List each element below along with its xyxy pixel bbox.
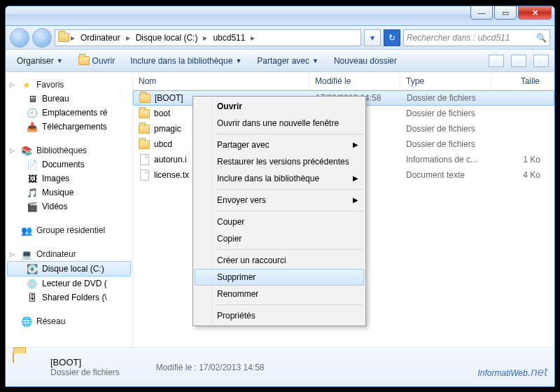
disk-icon: 💽 [27,263,38,274]
folder-icon [139,123,150,134]
computer-icon: 💻 [21,248,32,260]
nav-forward-button[interactable]: → [32,28,52,48]
menu-cut[interactable]: Couper [195,214,364,230]
tree-item-local-disk-c[interactable]: 💽Disque local (C:) [7,261,131,276]
toolbar: Organiser▼ Ouvrir Inclure dans la biblio… [6,50,554,72]
file-icon [139,154,150,165]
library-icon: 📚 [21,145,32,156]
details-pane: [BOOT] Dossier de fichiers Modifié le : … [6,347,554,386]
folder-icon [58,32,69,43]
tree-item-desktop[interactable]: 🖥Bureau [7,92,131,106]
network-drive-icon: 🗄 [27,292,38,303]
file-icon [139,169,150,181]
help-button[interactable] [533,55,549,67]
minimize-button[interactable]: — [470,6,493,20]
file-type: Dossier de fichiers [401,93,492,103]
homegroup-icon: 👥 [21,225,32,236]
file-name: [BOOT] [155,93,183,103]
chevron-right-icon[interactable]: ▸ [71,33,75,43]
file-type: Dossier de fichiers [400,124,491,134]
view-options-button[interactable] [489,55,504,67]
column-name[interactable]: Nom [133,74,309,90]
tree-item-documents[interactable]: 📄Documents [7,158,131,172]
address-bar: ← → ▸ Ordinateur ▸ Disque local (C:) ▸ u… [6,26,554,50]
breadcrumb-segment[interactable]: Disque local (C:) [132,31,202,44]
status-desc: Dossier de fichiers [50,368,120,377]
maximize-button[interactable]: ▭ [494,6,517,20]
tree-item-images[interactable]: 🖼Images [7,172,131,186]
menu-delete[interactable]: Supprimer [195,269,364,286]
history-dropdown-button[interactable]: ▾ [364,29,381,46]
file-type: Document texte [400,170,491,180]
share-with-button[interactable]: Partager avec▼ [251,53,324,69]
tree-homegroup[interactable]: 👥Groupe résidentiel [7,223,131,237]
status-name: [BOOT] [50,357,120,368]
column-size[interactable]: Taille [491,74,554,90]
file-type: Dossier de fichiers [400,108,491,118]
tree-item-shared-folders[interactable]: 🗄Shared Folders (\ [7,290,131,304]
column-type[interactable]: Type [400,74,491,90]
breadcrumb[interactable]: ▸ Ordinateur ▸ Disque local (C:) ▸ ubcd5… [55,29,361,46]
tree-item-downloads[interactable]: 📥Téléchargements [7,120,131,134]
watermark: InformatiWeb.net [478,363,548,379]
tree-libraries[interactable]: ▷📚Bibliothèques [7,144,131,158]
menu-include-library[interactable]: Inclure dans la bibliothèque▶ [195,170,364,187]
menu-create-shortcut[interactable]: Créer un raccourci [195,252,364,269]
include-library-button[interactable]: Inclure dans la bibliothèque▼ [125,53,247,69]
tree-item-dvd[interactable]: 💿Lecteur de DVD ( [7,276,131,290]
open-button[interactable]: Ouvrir [73,52,121,69]
column-modified[interactable]: Modifié le [309,74,400,90]
column-headers[interactable]: Nom Modifié le Type Taille [133,74,554,90]
preview-pane-button[interactable] [511,55,526,67]
search-placeholder: Rechercher dans : ubcd511 [407,33,510,43]
chevron-right-icon[interactable]: ▸ [203,33,207,43]
tree-item-recent[interactable]: 🕘Emplacements ré [7,106,131,120]
documents-icon: 📄 [27,159,38,170]
status-modified: Modifié le : 17/02/2013 14:58 [156,363,265,372]
file-name: license.tx [154,170,189,180]
chevron-right-icon: ▶ [353,196,358,204]
file-size: 1 Ko [491,155,554,164]
menu-copy[interactable]: Copier [195,230,364,247]
dvd-icon: 💿 [27,278,38,289]
file-name: ubcd [154,139,172,149]
file-name: autorun.i [154,155,187,164]
file-name: boot [154,108,170,118]
new-folder-button[interactable]: Nouveau dossier [328,53,402,69]
menu-open-new-window[interactable]: Ouvrir dans une nouvelle fenêtre [195,115,364,132]
menu-open[interactable]: Ouvrir [195,98,364,115]
tree-item-music[interactable]: 🎵Musique [7,186,131,200]
file-type: Informations de c... [400,155,491,164]
breadcrumb-segment[interactable]: ubcd511 [209,31,249,44]
chevron-right-icon[interactable]: ▸ [251,33,255,43]
breadcrumb-segment[interactable]: Ordinateur [76,31,125,44]
folder-icon [13,353,42,382]
music-icon: 🎵 [27,187,38,198]
file-size: 4 Ko [491,170,554,180]
chevron-right-icon[interactable]: ▸ [126,33,130,43]
refresh-button[interactable]: ↻ [384,29,400,46]
navigation-tree[interactable]: ▷★Favoris 🖥Bureau 🕘Emplacements ré 📥Télé… [6,74,133,347]
title-bar[interactable]: — ▭ ✕ [6,6,554,26]
tree-computer[interactable]: ▷💻Ordinateur [7,247,131,261]
folder-open-icon [78,55,90,66]
file-name: pmagic [154,124,181,134]
menu-share-with[interactable]: Partager avec▶ [195,136,364,153]
downloads-icon: 📥 [27,121,38,132]
tree-network[interactable]: 🌐Réseau [7,314,131,328]
folder-icon [139,108,150,119]
chevron-right-icon: ▶ [353,141,358,148]
organize-button[interactable]: Organiser▼ [11,53,69,69]
menu-restore-versions[interactable]: Restaurer les versions précédentes [195,153,364,170]
nav-back-button[interactable]: ← [10,28,29,48]
chevron-right-icon: ▶ [353,174,358,182]
menu-send-to[interactable]: Envoyer vers▶ [195,192,364,209]
menu-properties[interactable]: Propriétés [195,307,364,324]
search-input[interactable]: Rechercher dans : ubcd511 🔍 [403,29,550,46]
network-icon: 🌐 [21,316,32,327]
menu-rename[interactable]: Renommer [195,286,364,302]
tree-item-videos[interactable]: 🎬Vidéos [7,200,131,214]
tree-favorites[interactable]: ▷★Favoris [7,78,131,92]
images-icon: 🖼 [27,173,38,184]
close-button[interactable]: ✕ [518,6,552,20]
